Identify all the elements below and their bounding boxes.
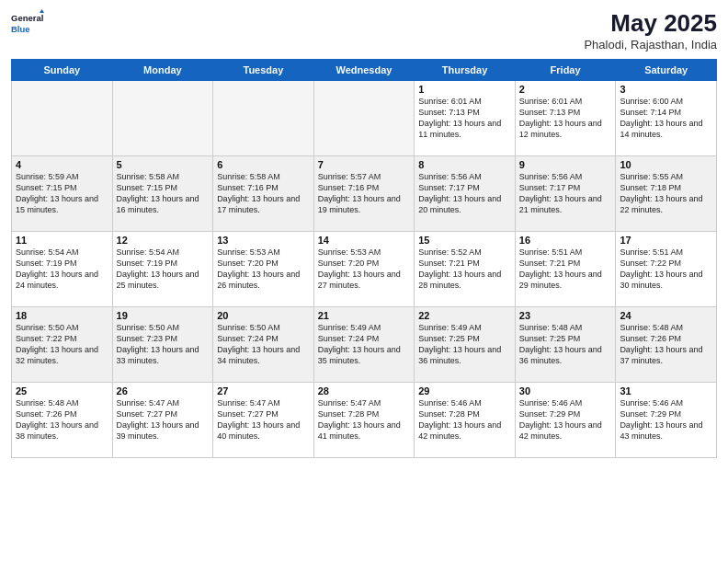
cell-info: Sunrise: 5:50 AMSunset: 7:23 PMDaylight:… (117, 322, 210, 367)
week-row-4: 18 Sunrise: 5:50 AMSunset: 7:22 PMDaylig… (12, 307, 717, 383)
cell-info: Sunrise: 5:58 AMSunset: 7:15 PMDaylight:… (117, 171, 210, 216)
day-number: 25 (16, 385, 108, 396)
cell-2-5: 8 Sunrise: 5:56 AMSunset: 7:17 PMDayligh… (415, 156, 516, 232)
cell-3-4: 14 Sunrise: 5:53 AMSunset: 7:20 PMDaylig… (313, 232, 415, 307)
cell-info: Sunrise: 5:50 AMSunset: 7:22 PMDaylight:… (16, 322, 108, 367)
col-thursday: Thursday (415, 60, 516, 81)
cell-info: Sunrise: 5:49 AMSunset: 7:25 PMDaylight:… (418, 322, 511, 367)
cell-1-6: 2 Sunrise: 6:01 AMSunset: 7:13 PMDayligh… (515, 81, 616, 156)
main-title: May 2025 (584, 9, 717, 38)
day-number: 17 (620, 235, 712, 246)
cell-3-1: 11 Sunrise: 5:54 AMSunset: 7:19 PMDaylig… (12, 232, 113, 307)
cell-1-3 (213, 81, 314, 156)
day-number: 3 (620, 84, 712, 95)
cell-3-3: 13 Sunrise: 5:53 AMSunset: 7:20 PMDaylig… (213, 232, 314, 307)
cell-info: Sunrise: 5:59 AMSunset: 7:15 PMDaylight:… (16, 171, 108, 216)
svg-text:Blue: Blue (11, 24, 30, 34)
cell-info: Sunrise: 5:51 AMSunset: 7:22 PMDaylight:… (620, 247, 712, 292)
cell-2-7: 10 Sunrise: 5:55 AMSunset: 7:18 PMDaylig… (616, 156, 717, 232)
cell-info: Sunrise: 5:53 AMSunset: 7:20 PMDaylight:… (318, 247, 411, 292)
svg-text:General: General (11, 13, 43, 23)
cell-5-6: 30 Sunrise: 5:46 AMSunset: 7:29 PMDaylig… (515, 383, 616, 458)
day-number: 24 (620, 310, 712, 321)
day-number: 8 (418, 159, 511, 170)
cell-info: Sunrise: 5:48 AMSunset: 7:25 PMDaylight:… (519, 322, 612, 367)
cell-2-2: 5 Sunrise: 5:58 AMSunset: 7:15 PMDayligh… (112, 156, 213, 232)
day-number: 23 (519, 310, 612, 321)
col-friday: Friday (515, 60, 616, 81)
day-number: 31 (620, 385, 712, 396)
day-number: 18 (16, 310, 108, 321)
cell-info: Sunrise: 5:55 AMSunset: 7:18 PMDaylight:… (620, 171, 712, 216)
cell-5-7: 31 Sunrise: 5:46 AMSunset: 7:29 PMDaylig… (616, 383, 717, 458)
cell-5-3: 27 Sunrise: 5:47 AMSunset: 7:27 PMDaylig… (213, 383, 314, 458)
cell-info: Sunrise: 5:56 AMSunset: 7:17 PMDaylight:… (418, 171, 511, 216)
cell-info: Sunrise: 5:48 AMSunset: 7:26 PMDaylight:… (16, 397, 108, 442)
day-number: 20 (217, 310, 310, 321)
cell-4-7: 24 Sunrise: 5:48 AMSunset: 7:26 PMDaylig… (616, 307, 717, 383)
col-sunday: Sunday (12, 60, 113, 81)
cell-info: Sunrise: 6:00 AMSunset: 7:14 PMDaylight:… (620, 96, 712, 141)
day-number: 21 (318, 310, 411, 321)
day-number: 13 (217, 235, 310, 246)
day-number: 27 (217, 385, 310, 396)
cell-3-6: 16 Sunrise: 5:51 AMSunset: 7:21 PMDaylig… (515, 232, 616, 307)
day-number: 7 (318, 159, 411, 170)
col-saturday: Saturday (616, 60, 717, 81)
title-block: May 2025 Phalodi, Rajasthan, India (584, 9, 717, 52)
cell-4-3: 20 Sunrise: 5:50 AMSunset: 7:24 PMDaylig… (213, 307, 314, 383)
week-row-3: 11 Sunrise: 5:54 AMSunset: 7:19 PMDaylig… (12, 232, 717, 307)
day-number: 26 (117, 385, 210, 396)
day-number: 1 (418, 84, 511, 95)
weekday-header-row: Sunday Monday Tuesday Wednesday Thursday… (12, 60, 717, 81)
cell-info: Sunrise: 5:51 AMSunset: 7:21 PMDaylight:… (519, 247, 612, 292)
cell-1-2 (112, 81, 213, 156)
day-number: 12 (117, 235, 210, 246)
cell-3-5: 15 Sunrise: 5:52 AMSunset: 7:21 PMDaylig… (415, 232, 516, 307)
day-number: 9 (519, 159, 612, 170)
cell-info: Sunrise: 5:47 AMSunset: 7:27 PMDaylight:… (117, 397, 210, 442)
day-number: 16 (519, 235, 612, 246)
cell-5-2: 26 Sunrise: 5:47 AMSunset: 7:27 PMDaylig… (112, 383, 213, 458)
cell-info: Sunrise: 5:56 AMSunset: 7:17 PMDaylight:… (519, 171, 612, 216)
cell-1-5: 1 Sunrise: 6:01 AMSunset: 7:13 PMDayligh… (415, 81, 516, 156)
cell-1-7: 3 Sunrise: 6:00 AMSunset: 7:14 PMDayligh… (616, 81, 717, 156)
cell-info: Sunrise: 5:53 AMSunset: 7:20 PMDaylight:… (217, 247, 310, 292)
cell-info: Sunrise: 5:46 AMSunset: 7:28 PMDaylight:… (418, 397, 511, 442)
cell-info: Sunrise: 6:01 AMSunset: 7:13 PMDaylight:… (418, 96, 511, 141)
day-number: 11 (16, 235, 108, 246)
cell-5-1: 25 Sunrise: 5:48 AMSunset: 7:26 PMDaylig… (12, 383, 113, 458)
cell-info: Sunrise: 5:54 AMSunset: 7:19 PMDaylight:… (16, 247, 108, 292)
cell-info: Sunrise: 5:47 AMSunset: 7:27 PMDaylight:… (217, 397, 310, 442)
day-number: 22 (418, 310, 511, 321)
day-number: 19 (117, 310, 210, 321)
day-number: 30 (519, 385, 612, 396)
week-row-5: 25 Sunrise: 5:48 AMSunset: 7:26 PMDaylig… (12, 383, 717, 458)
cell-3-2: 12 Sunrise: 5:54 AMSunset: 7:19 PMDaylig… (112, 232, 213, 307)
cell-info: Sunrise: 6:01 AMSunset: 7:13 PMDaylight:… (519, 96, 612, 141)
day-number: 5 (117, 159, 210, 170)
cell-info: Sunrise: 5:46 AMSunset: 7:29 PMDaylight:… (620, 397, 712, 442)
page-container: General Blue May 2025 Phalodi, Rajasthan… (0, 0, 728, 465)
day-number: 2 (519, 84, 612, 95)
svg-marker-2 (40, 9, 44, 13)
cell-2-1: 4 Sunrise: 5:59 AMSunset: 7:15 PMDayligh… (12, 156, 113, 232)
col-tuesday: Tuesday (213, 60, 314, 81)
cell-4-6: 23 Sunrise: 5:48 AMSunset: 7:25 PMDaylig… (515, 307, 616, 383)
logo-icon: General Blue (11, 9, 44, 42)
calendar-table: Sunday Monday Tuesday Wednesday Thursday… (11, 59, 717, 458)
day-number: 29 (418, 385, 511, 396)
week-row-1: 1 Sunrise: 6:01 AMSunset: 7:13 PMDayligh… (12, 81, 717, 156)
cell-info: Sunrise: 5:50 AMSunset: 7:24 PMDaylight:… (217, 322, 310, 367)
cell-info: Sunrise: 5:54 AMSunset: 7:19 PMDaylight:… (117, 247, 210, 292)
cell-4-5: 22 Sunrise: 5:49 AMSunset: 7:25 PMDaylig… (415, 307, 516, 383)
cell-1-1 (12, 81, 113, 156)
cell-4-1: 18 Sunrise: 5:50 AMSunset: 7:22 PMDaylig… (12, 307, 113, 383)
cell-5-4: 28 Sunrise: 5:47 AMSunset: 7:28 PMDaylig… (313, 383, 415, 458)
cell-5-5: 29 Sunrise: 5:46 AMSunset: 7:28 PMDaylig… (415, 383, 516, 458)
week-row-2: 4 Sunrise: 5:59 AMSunset: 7:15 PMDayligh… (12, 156, 717, 232)
cell-info: Sunrise: 5:48 AMSunset: 7:26 PMDaylight:… (620, 322, 712, 367)
cell-2-3: 6 Sunrise: 5:58 AMSunset: 7:16 PMDayligh… (213, 156, 314, 232)
col-monday: Monday (112, 60, 213, 81)
cell-info: Sunrise: 5:58 AMSunset: 7:16 PMDaylight:… (217, 171, 310, 216)
